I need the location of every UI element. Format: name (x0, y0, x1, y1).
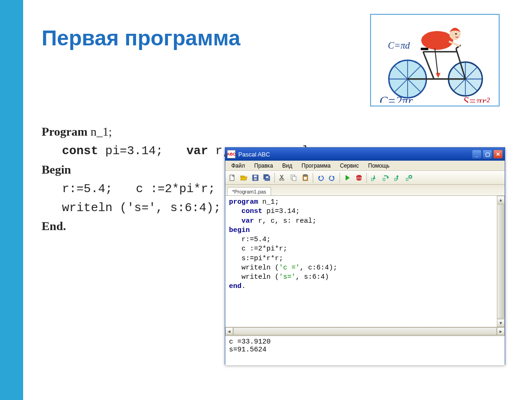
svg-marker-44 (346, 175, 350, 181)
horizontal-scrollbar[interactable]: ◄ ► (225, 327, 505, 335)
new-file-icon[interactable] (227, 172, 238, 183)
close-button[interactable]: ✕ (493, 150, 503, 159)
slide-accent-stripe (0, 0, 23, 400)
tab-program1[interactable]: *Program1.pas (227, 187, 271, 195)
toolbar: STOP (225, 171, 505, 185)
window-titlebar[interactable]: ABC Pascal ABC _ ▢ ✕ (225, 148, 505, 161)
tab-strip: *Program1.pas (225, 185, 505, 196)
formula-left: C=2πr (379, 94, 413, 103)
app-icon: ABC (227, 150, 235, 158)
menubar: Файл Правка Вид Программа Сервис Помощь (225, 161, 505, 171)
vertical-scrollbar[interactable]: ▲ ▼ (497, 196, 505, 327)
svg-rect-41 (304, 177, 307, 180)
window-title: Pascal ABC (238, 151, 472, 158)
h-scroll-track[interactable] (233, 327, 497, 335)
menu-help[interactable]: Помощь (364, 162, 394, 170)
stop-icon[interactable]: STOP (353, 172, 365, 183)
svg-marker-18 (436, 73, 440, 78)
paste-icon[interactable] (300, 172, 311, 183)
svg-marker-52 (396, 175, 399, 177)
svg-rect-49 (383, 178, 385, 181)
menu-file[interactable]: Файл (227, 162, 249, 170)
pascal-abc-window: ABC Pascal ABC _ ▢ ✕ Файл Правка Вид Про… (225, 147, 505, 365)
svg-rect-29 (254, 178, 257, 180)
run-icon[interactable] (342, 172, 353, 183)
svg-rect-40 (304, 175, 307, 176)
open-file-icon[interactable] (238, 172, 249, 183)
svg-rect-47 (371, 178, 373, 181)
undo-icon[interactable] (315, 172, 326, 183)
redo-icon[interactable] (327, 172, 338, 183)
svg-point-54 (409, 175, 412, 178)
scrollbar-thumb[interactable] (497, 204, 505, 319)
step-into-icon[interactable] (369, 172, 380, 183)
slide-title: Первая программа (42, 25, 240, 50)
svg-point-17 (421, 31, 453, 50)
maximize-button[interactable]: ▢ (483, 150, 492, 159)
menu-program[interactable]: Программа (297, 162, 335, 170)
formula-right: S=πr² (463, 95, 490, 103)
cut-icon[interactable] (277, 172, 288, 183)
menu-view[interactable]: Вид (278, 162, 297, 170)
svg-rect-32 (266, 176, 268, 178)
svg-rect-53 (406, 178, 408, 181)
output-panel[interactable]: c =33.9120 s=91.5624 (225, 335, 505, 365)
svg-text:STOP: STOP (355, 177, 363, 180)
menu-service[interactable]: Сервис (336, 162, 363, 170)
svg-point-21 (455, 33, 457, 35)
menu-edit[interactable]: Правка (250, 162, 278, 170)
svg-rect-26 (241, 176, 244, 177)
save-icon[interactable] (250, 172, 261, 183)
save-all-icon[interactable] (261, 172, 272, 183)
code-kw: Program (42, 125, 87, 138)
step-over-icon[interactable] (380, 172, 391, 183)
scroll-left-icon[interactable]: ◄ (225, 327, 233, 335)
step-out-icon[interactable] (392, 172, 403, 183)
code-editor[interactable]: program n_1; const pi=3.14; var r, c, s:… (225, 196, 497, 327)
run-to-cursor-icon[interactable] (403, 172, 414, 183)
scroll-right-icon[interactable]: ► (497, 327, 505, 335)
cyclist-illustration: C=πd C=2πr S=πr² (370, 14, 500, 106)
copy-icon[interactable] (288, 172, 299, 183)
scroll-up-icon[interactable]: ▲ (497, 196, 505, 204)
formula-top: C=πd (388, 40, 410, 50)
svg-rect-38 (292, 176, 296, 181)
minimize-button[interactable]: _ (472, 150, 482, 159)
svg-rect-28 (254, 175, 257, 177)
svg-rect-51 (395, 178, 396, 181)
scroll-down-icon[interactable]: ▼ (497, 319, 505, 327)
